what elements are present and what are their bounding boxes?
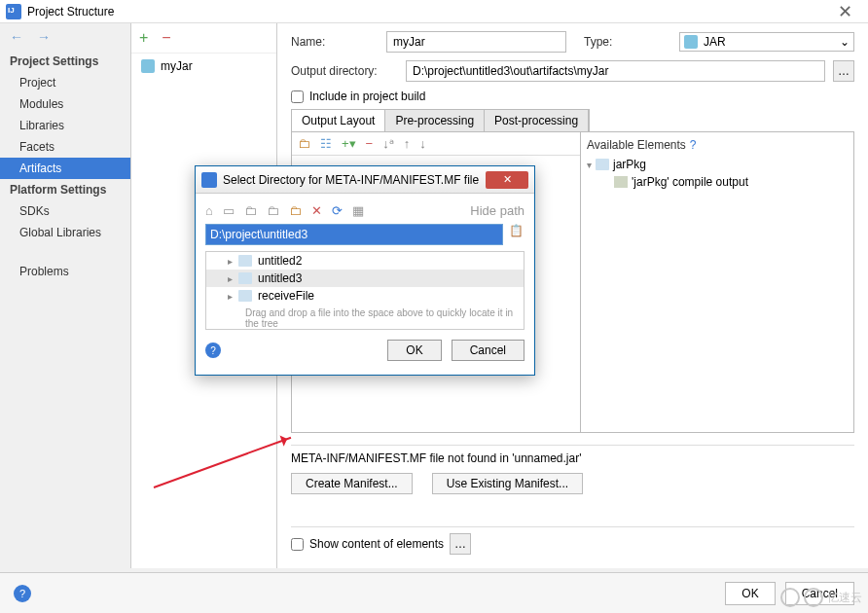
include-build-checkbox[interactable] — [291, 90, 304, 103]
tree-hint: Drag and drop a file into the space abov… — [206, 305, 524, 329]
folder-icon — [596, 159, 609, 170]
type-value: JAR — [704, 35, 726, 49]
tree-label: jarPkg — [613, 158, 646, 171]
layout-add-icon[interactable]: +▾ — [342, 136, 356, 151]
show-hidden-icon[interactable]: ▦ — [352, 203, 364, 218]
avail-tree-child[interactable]: 'jarPkg' compile output — [587, 173, 848, 191]
layout-remove-icon[interactable]: − — [366, 136, 374, 151]
project-icon[interactable]: 🗀 — [244, 203, 257, 218]
tab-pre-processing[interactable]: Pre-processing — [385, 110, 485, 131]
available-elements: Available Elements? ▾ jarPkg 'jarPkg' co… — [581, 132, 853, 432]
nav-forward-icon[interactable]: → — [37, 29, 51, 45]
tree-label: 'jarPkg' compile output — [632, 175, 748, 189]
use-manifest-button[interactable]: Use Existing Manifest... — [432, 473, 583, 494]
caret-right-icon: ▸ — [228, 273, 233, 284]
refresh-icon[interactable]: ⟳ — [332, 203, 343, 218]
tree-icon[interactable]: ☷ — [320, 136, 332, 151]
hide-path-link[interactable]: Hide path — [470, 203, 524, 218]
history-icon[interactable]: 📋 — [507, 224, 524, 245]
outdir-input[interactable] — [406, 60, 825, 82]
desktop-icon[interactable]: ▭ — [223, 203, 235, 218]
tree-row-untitled3[interactable]: ▸ untitled3 — [206, 270, 524, 287]
footer: ? OK Cancel — [0, 572, 868, 613]
help-icon[interactable]: ? — [14, 585, 31, 602]
dialog-cancel-button[interactable]: Cancel — [452, 340, 524, 361]
module-icon — [614, 176, 628, 188]
home-icon[interactable]: ⌂ — [205, 203, 213, 218]
dialog-title: Select Directory for META-INF/MANIFEST.M… — [223, 173, 479, 187]
help-icon[interactable]: ? — [690, 138, 697, 152]
name-input[interactable] — [386, 31, 566, 53]
caret-right-icon: ▸ — [228, 256, 233, 267]
tab-post-processing[interactable]: Post-processing — [485, 110, 589, 131]
folder-icon — [238, 290, 252, 302]
tree-label: untitled3 — [258, 271, 302, 285]
outdir-label: Output directory: — [291, 64, 398, 78]
module-folder-icon[interactable]: 🗀 — [267, 203, 279, 218]
create-manifest-button[interactable]: Create Manifest... — [291, 473, 413, 494]
dialog-close-button[interactable]: ✕ — [486, 171, 528, 189]
name-label: Name: — [291, 35, 379, 49]
sidebar-item-problems[interactable]: Problems — [0, 261, 130, 282]
caret-right-icon: ▸ — [228, 291, 233, 302]
tree-row-receivefile[interactable]: ▸ receiveFile — [206, 287, 524, 305]
tree-row-untitled2[interactable]: ▸ untitled2 — [206, 252, 524, 270]
artifact-item-myjar[interactable]: myJar — [131, 54, 276, 79]
browse-button[interactable]: … — [833, 60, 854, 82]
sidebar-heading-platform: Platform Settings — [0, 179, 130, 200]
dialog-ok-button[interactable]: OK — [387, 340, 441, 361]
jar-icon — [684, 35, 698, 49]
watermark: 亿速云 — [780, 588, 862, 607]
sidebar-item-modules[interactable]: Modules — [0, 93, 130, 115]
warning-text: META-INF/MANIFEST.MF file not found in '… — [291, 451, 854, 465]
move-down-icon[interactable]: ↓ — [419, 136, 426, 151]
dialog-titlebar: Select Directory for META-INF/MANIFEST.M… — [196, 166, 534, 194]
app-icon — [6, 4, 21, 19]
folder-icon — [238, 255, 252, 267]
sidebar-item-sdks[interactable]: SDKs — [0, 200, 130, 222]
include-build-label: Include in project build — [309, 90, 425, 103]
show-content-row: Show content of elements … — [291, 526, 854, 560]
sidebar-item-artifacts[interactable]: Artifacts — [0, 158, 130, 179]
help-icon[interactable]: ? — [205, 343, 221, 358]
avail-tree-root[interactable]: ▾ jarPkg — [587, 156, 848, 173]
sidebar-item-global-libraries[interactable]: Global Libraries — [0, 222, 130, 243]
path-input[interactable] — [205, 224, 503, 245]
show-content-checkbox[interactable] — [291, 538, 304, 551]
folder-icon — [238, 272, 252, 284]
new-folder-icon[interactable]: 🗀 — [289, 203, 302, 218]
dialog-footer: ? OK Cancel — [205, 330, 524, 365]
show-content-label: Show content of elements — [309, 537, 444, 551]
layout-toolbar: 🗀 ☷ +▾ − ↓ᵃ ↑ ↓ — [292, 132, 580, 156]
sidebar-item-facets[interactable]: Facets — [0, 136, 130, 158]
directory-tree[interactable]: ▸ untitled2 ▸ untitled3 ▸ receiveFile Dr… — [205, 251, 524, 330]
window-title: Project Structure — [27, 5, 114, 18]
delete-icon[interactable]: ✕ — [311, 203, 322, 218]
sidebar-item-libraries[interactable]: Libraries — [0, 115, 130, 136]
move-up-icon[interactable]: ↑ — [404, 136, 411, 151]
type-label: Type: — [584, 35, 671, 49]
app-icon — [201, 172, 217, 188]
config-tabs: Output Layout Pre-processing Post-proces… — [291, 109, 590, 131]
ok-button[interactable]: OK — [725, 582, 775, 605]
include-build-row[interactable]: Include in project build — [291, 90, 854, 103]
sort-icon[interactable]: ↓ᵃ — [382, 136, 394, 151]
type-select[interactable]: JAR ⌄ — [679, 32, 854, 52]
chevron-down-icon: ⌄ — [840, 35, 850, 49]
nav-back-icon[interactable]: ← — [10, 29, 23, 45]
sidebar: ← → Project Settings Project Modules Lib… — [0, 23, 131, 568]
tab-output-layout[interactable]: Output Layout — [292, 110, 385, 131]
tree-label: receiveFile — [258, 289, 314, 303]
nav-arrows: ← → — [0, 23, 130, 51]
dialog-toolbar: ⌂ ▭ 🗀 🗀 🗀 ✕ ⟳ ▦ Hide path — [205, 203, 524, 218]
sidebar-item-project[interactable]: Project — [0, 72, 130, 93]
manifest-warning: META-INF/MANIFEST.MF file not found in '… — [291, 445, 854, 494]
tree-label: untitled2 — [258, 254, 302, 268]
jar-icon — [141, 59, 155, 73]
new-folder-icon[interactable]: 🗀 — [298, 136, 310, 151]
add-artifact-icon[interactable]: + — [139, 29, 148, 47]
artifact-toolbar: + − — [131, 23, 276, 54]
remove-artifact-icon[interactable]: − — [162, 29, 170, 47]
show-content-browse[interactable]: … — [450, 533, 471, 555]
window-close-icon[interactable]: ✕ — [838, 1, 852, 22]
